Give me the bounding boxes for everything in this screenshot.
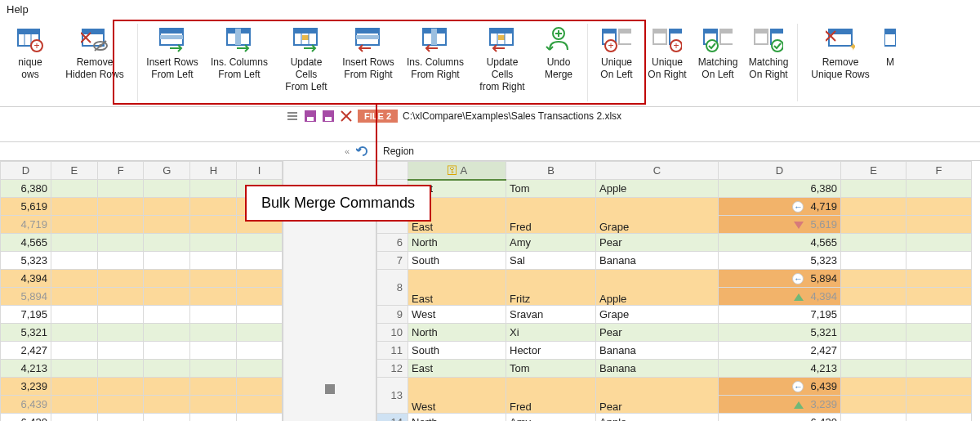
cell[interactable]: Sal xyxy=(506,252,596,270)
cell[interactable]: 4,213 xyxy=(719,360,841,378)
cell[interactable]: North xyxy=(408,324,506,342)
col-header[interactable]: C xyxy=(596,162,719,180)
cell[interactable]: Sravan xyxy=(506,306,596,324)
m-button-cut[interactable]: M xyxy=(881,24,899,70)
row-number[interactable]: 8 xyxy=(377,270,408,306)
cell[interactable]: 5,321 xyxy=(719,324,841,342)
cell[interactable]: 4,565 xyxy=(719,234,841,252)
options-icon[interactable] xyxy=(286,110,299,123)
cell[interactable]: West xyxy=(408,306,506,324)
cell[interactable]: North xyxy=(408,414,506,422)
save2-icon[interactable] xyxy=(322,110,335,123)
cell[interactable]: 5,321 xyxy=(1,324,51,342)
cell[interactable]: Hector xyxy=(506,342,596,360)
col-header[interactable]: D xyxy=(1,162,51,180)
cell[interactable]: Tom xyxy=(506,180,596,198)
refresh-icon[interactable] xyxy=(356,145,369,158)
undo-merge-button[interactable]: Undo Merge xyxy=(535,24,582,83)
cell[interactable]: Pear xyxy=(596,378,719,414)
cell[interactable]: 3,239 xyxy=(719,396,841,414)
menu-help[interactable]: Help xyxy=(7,3,29,16)
cell[interactable]: 3,239 xyxy=(1,378,51,396)
cell[interactable]: 6,439 xyxy=(1,396,51,414)
cell[interactable]: 2,427 xyxy=(719,342,841,360)
col-header[interactable]: F xyxy=(97,162,144,180)
cell[interactable]: 6,380 xyxy=(1,180,51,198)
cell[interactable]: Amy xyxy=(506,414,596,422)
matching-on-left-button[interactable]: Matching On Left xyxy=(694,24,742,83)
row-number[interactable]: 14 xyxy=(377,414,408,422)
unique-on-right-button[interactable]: + Unique On Right xyxy=(644,24,691,83)
cell[interactable]: 4,719 xyxy=(1,216,51,234)
row-number[interactable]: 7 xyxy=(377,252,408,270)
cell[interactable]: ←6,439 xyxy=(719,378,841,396)
formula-value[interactable]: Region xyxy=(383,146,414,157)
cell[interactable]: 7,195 xyxy=(1,306,51,324)
cell[interactable]: East xyxy=(408,270,506,306)
row-number[interactable]: 11 xyxy=(377,342,408,360)
remove-unique-rows-button[interactable]: ✦ Remove Unique Rows xyxy=(803,24,878,83)
col-header[interactable]: ⚿ A xyxy=(408,162,506,180)
cell[interactable]: ←4,719 xyxy=(719,198,841,216)
left-grid[interactable]: DEFGHI6,3805,6194,7194,5655,3234,3945,89… xyxy=(0,161,283,421)
close-file-icon[interactable] xyxy=(340,110,353,123)
cell[interactable]: 5,323 xyxy=(719,252,841,270)
cell[interactable]: 5,894 xyxy=(1,288,51,306)
col-header[interactable]: E xyxy=(841,162,906,180)
row-number[interactable]: 6 xyxy=(377,234,408,252)
cell[interactable]: 2,427 xyxy=(1,342,51,360)
cell[interactable]: Fred xyxy=(506,378,596,414)
cell[interactable]: 5,619 xyxy=(719,216,841,234)
cell[interactable]: Fred xyxy=(506,198,596,234)
cell[interactable]: Grape xyxy=(596,198,719,234)
diff-arrow-icon[interactable]: ← xyxy=(792,273,804,284)
col-header[interactable]: H xyxy=(190,162,237,180)
cell[interactable]: Amy xyxy=(506,234,596,252)
cell[interactable]: 5,619 xyxy=(1,198,51,216)
diff-arrow-icon[interactable]: ← xyxy=(792,201,804,213)
ins-columns-from-left-button[interactable]: Ins. Columns From Left xyxy=(205,24,274,83)
right-grid[interactable]: ⚿ ABCDEF4EastTomApple6,3805EastFredGrape… xyxy=(376,161,980,421)
col-header[interactable]: B xyxy=(506,162,596,180)
insert-rows-from-right-button[interactable]: Insert Rows From Right xyxy=(339,24,398,83)
cell[interactable]: Pear xyxy=(596,234,719,252)
cell[interactable]: East xyxy=(408,360,506,378)
cell[interactable]: 6,430 xyxy=(1,414,51,422)
col-header[interactable]: I xyxy=(237,162,283,180)
cell[interactable]: Apple xyxy=(596,270,719,306)
col-header[interactable]: G xyxy=(144,162,190,180)
cell[interactable]: 6,380 xyxy=(719,180,841,198)
cell[interactable]: Banana xyxy=(596,252,719,270)
row-number[interactable]: 10 xyxy=(377,324,408,342)
matching-on-right-button[interactable]: Matching On Right xyxy=(745,24,792,83)
ins-columns-from-right-button[interactable]: Ins. Columns From Right xyxy=(401,24,470,83)
row-number[interactable]: 12 xyxy=(377,360,408,378)
unique-on-left-button[interactable]: + Unique On Left xyxy=(593,24,640,83)
cell[interactable]: 6,430 xyxy=(719,414,841,422)
row-number[interactable]: 13 xyxy=(377,378,408,414)
cell[interactable]: Fritz xyxy=(506,270,596,306)
row-number[interactable]: 9 xyxy=(377,306,408,324)
cell[interactable]: Apple xyxy=(596,180,719,198)
cell[interactable]: Tom xyxy=(506,360,596,378)
cell[interactable]: South xyxy=(408,252,506,270)
cell[interactable]: 5,323 xyxy=(1,252,51,270)
cell[interactable]: 7,195 xyxy=(719,306,841,324)
cell[interactable]: Xi xyxy=(506,324,596,342)
cell[interactable]: Apple xyxy=(596,414,719,422)
cell[interactable]: 4,394 xyxy=(719,288,841,306)
cell[interactable]: 4,213 xyxy=(1,360,51,378)
cell[interactable]: West xyxy=(408,378,506,414)
cell[interactable]: Banana xyxy=(596,360,719,378)
cell[interactable]: ←5,894 xyxy=(719,270,841,288)
insert-rows-from-left-button[interactable]: Insert Rows From Left xyxy=(143,24,202,83)
update-cells-from-right-button[interactable]: Update Cells from Right xyxy=(473,24,532,95)
cell[interactable]: South xyxy=(408,342,506,360)
col-header[interactable]: F xyxy=(906,162,972,180)
col-header[interactable]: E xyxy=(51,162,98,180)
col-header[interactable]: D xyxy=(719,162,841,180)
remove-unique-rows-button-cut[interactable]: + nique ows xyxy=(7,24,54,83)
cell[interactable]: 4,394 xyxy=(1,270,51,288)
cell[interactable]: North xyxy=(408,234,506,252)
cell[interactable]: Grape xyxy=(596,306,719,324)
